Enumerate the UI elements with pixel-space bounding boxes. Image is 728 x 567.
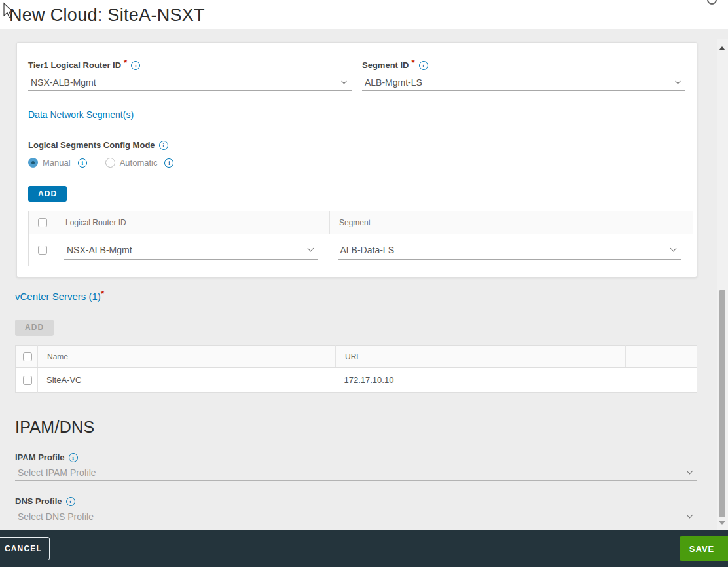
required-asterisk: * — [124, 60, 127, 65]
ipam-profile-label: IPAM Profilei — [15, 452, 728, 462]
tier1-router-label: Tier1 Logical Router ID*i — [28, 60, 352, 70]
scrollbar-thumb[interactable] — [719, 290, 725, 517]
ipam-profile-select[interactable]: Select IPAM Profile — [15, 465, 697, 481]
vcenter-servers-heading: vCenter Servers (1)* — [15, 291, 728, 302]
config-mode-label: Logical Segments Config Modei — [28, 140, 693, 150]
tier1-router-value: NSX-ALB-Mgmt — [31, 77, 96, 88]
data-network-segments-link[interactable]: Data Network Segment(s) — [28, 109, 134, 120]
scroll-down-arrow-icon[interactable] — [719, 521, 725, 525]
tier1-router-field: Tier1 Logical Router ID*i NSX-ALB-Mgmt — [28, 60, 352, 91]
vcenter-table: Name URL SiteA-VC 172.17.10.10 — [15, 345, 697, 393]
router-segment-row: Tier1 Logical Router ID*i NSX-ALB-Mgmt S… — [28, 60, 693, 91]
save-button[interactable]: SAVE — [680, 536, 728, 561]
info-icon[interactable]: i — [159, 141, 168, 150]
page-title: New Cloud: SiteA-NSXT — [9, 5, 205, 26]
segments-table-row: NSX-ALB-Mgmt ALB-Data-LS — [29, 234, 693, 266]
segment-id-field: Segment ID*i ALB-Mgmt-LS — [362, 60, 685, 91]
column-name: Name — [38, 346, 336, 368]
vcenter-table-row: SiteA-VC 172.17.10.10 — [16, 368, 697, 393]
vcenter-url-cell: 172.17.10.10 — [336, 368, 626, 393]
segments-table-header: Logical Router ID Segment — [29, 211, 693, 234]
dns-profile-placeholder: Select DNS Profile — [18, 511, 94, 522]
column-actions — [626, 346, 697, 368]
row-checkbox[interactable] — [23, 376, 32, 385]
select-all-checkbox[interactable] — [23, 352, 32, 361]
chevron-down-icon — [675, 78, 682, 84]
required-asterisk: * — [412, 60, 415, 65]
info-icon[interactable]: i — [419, 61, 428, 70]
column-logical-router-id: Logical Router ID — [56, 211, 330, 234]
chevron-down-icon — [341, 78, 348, 84]
tier1-router-select[interactable]: NSX-ALB-Mgmt — [28, 74, 352, 91]
vcenter-table-header: Name URL — [16, 346, 697, 368]
chevron-down-icon — [687, 512, 693, 519]
ipam-profile-placeholder: Select IPAM Profile — [18, 467, 96, 478]
chevron-down-icon — [687, 468, 693, 475]
info-icon[interactable]: i — [131, 61, 140, 70]
segments-table: Logical Router ID Segment NSX-ALB-Mgmt — [28, 211, 693, 266]
info-icon[interactable]: i — [66, 497, 75, 506]
radio-manual[interactable] — [28, 158, 38, 168]
radio-automatic[interactable] — [105, 158, 115, 168]
modal-header: New Cloud: SiteA-NSXT — [0, 0, 728, 29]
dns-profile-select[interactable]: Select DNS Profile — [15, 509, 697, 524]
segment-id-select[interactable]: ALB-Mgmt-LS — [362, 74, 685, 91]
required-asterisk: * — [101, 291, 104, 297]
chevron-down-icon — [307, 246, 314, 252]
radio-automatic-label: Automatic — [120, 158, 158, 168]
segment-id-value: ALB-Mgmt-LS — [365, 77, 422, 88]
add-vcenter-button[interactable]: ADD — [15, 320, 54, 336]
modal-footer: CANCEL SAVE — [0, 530, 728, 567]
segment-id-label: Segment ID*i — [362, 60, 685, 70]
chevron-down-icon — [670, 246, 677, 252]
column-segment: Segment — [330, 211, 693, 234]
network-settings-card: Tier1 Logical Router ID*i NSX-ALB-Mgmt S… — [16, 42, 697, 278]
row-segment-select[interactable]: ALB-Data-LS — [338, 240, 682, 260]
dns-profile-label: DNS Profilei — [15, 496, 728, 506]
info-icon[interactable]: i — [78, 158, 87, 168]
select-all-checkbox[interactable] — [38, 218, 47, 227]
row-checkbox[interactable] — [38, 246, 47, 255]
row-logical-router-select[interactable]: NSX-ALB-Mgmt — [64, 240, 318, 260]
scroll-up-arrow-icon[interactable] — [719, 46, 725, 50]
cancel-button[interactable]: CANCEL — [0, 537, 50, 560]
ipam-dns-heading: IPAM/DNS — [15, 418, 728, 437]
add-segment-button[interactable]: ADD — [28, 186, 67, 202]
vertical-scrollbar[interactable] — [717, 39, 728, 530]
vcenter-name-cell: SiteA-VC — [38, 368, 336, 393]
info-icon[interactable]: i — [69, 453, 78, 462]
radio-manual-label: Manual — [43, 158, 71, 168]
partial-help-icon — [707, 0, 717, 5]
column-url: URL — [336, 346, 626, 368]
modal-body: Tier1 Logical Router ID*i NSX-ALB-Mgmt S… — [0, 29, 728, 532]
info-icon[interactable]: i — [164, 158, 173, 168]
config-mode-radio-group: Manual i Automatic i — [28, 158, 693, 168]
